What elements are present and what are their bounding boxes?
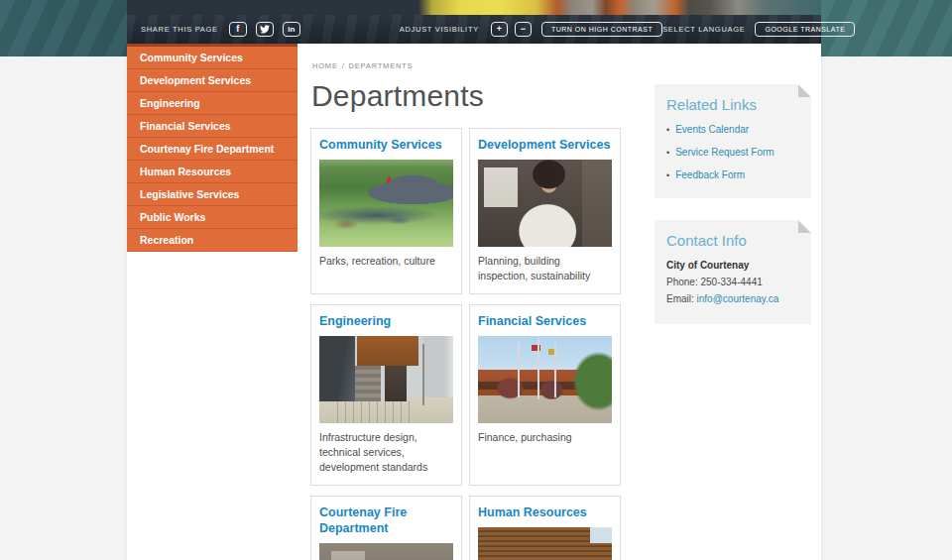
facebook-share-button[interactable]: f bbox=[229, 22, 247, 37]
card-image-engineering[interactable] bbox=[319, 336, 453, 423]
sidebar-item-engineering[interactable]: Engineering bbox=[127, 92, 298, 115]
contact-phone: Phone: 250-334-4441 bbox=[666, 277, 799, 287]
email-label: Email: bbox=[666, 293, 697, 304]
card-title-link[interactable]: Courtenay Fire Department bbox=[319, 504, 453, 537]
contact-info-title: Contact Info bbox=[666, 232, 799, 249]
right-rail: Related Links • Events Calendar • Servic… bbox=[654, 84, 811, 560]
department-cards-grid: Community Services Parks, recreation, cu… bbox=[310, 128, 624, 560]
card-caption: Finance, purchasing bbox=[478, 430, 612, 445]
breadcrumb-home-link[interactable]: HOME bbox=[312, 61, 338, 70]
google-translate-button[interactable]: GOOGLE TRANSLATE bbox=[755, 22, 855, 37]
content-area: Community Services Development Services … bbox=[127, 44, 821, 560]
twitter-share-button[interactable] bbox=[256, 22, 274, 37]
card-title-link[interactable]: Community Services bbox=[319, 137, 453, 153]
visibility-controls: ADJUST VISIBILITY + − TURN ON HIGH CONTR… bbox=[400, 22, 662, 37]
page-title: Departments bbox=[311, 79, 624, 113]
bullet-icon: • bbox=[666, 170, 669, 180]
departments-column: Departments Community Services Parks, re… bbox=[310, 70, 624, 560]
select-language-label: SELECT LANGUAGE bbox=[662, 25, 745, 34]
card-image-development-services[interactable] bbox=[478, 160, 612, 247]
service-request-form-link[interactable]: Service Request Form bbox=[675, 147, 774, 158]
department-sidebar-nav: Community Services Development Services … bbox=[127, 44, 298, 560]
utility-toolbar: SHARE THIS PAGE f in ADJUST VISIBILITY +… bbox=[127, 15, 821, 44]
language-controls: SELECT LANGUAGE GOOGLE TRANSLATE bbox=[662, 22, 855, 37]
related-links-title: Related Links bbox=[666, 96, 799, 113]
sidebar-item-development-services[interactable]: Development Services bbox=[127, 69, 298, 92]
card-development-services[interactable]: Development Services Planning, building … bbox=[469, 128, 621, 294]
contact-org-name: City of Courtenay bbox=[666, 260, 799, 271]
page-container: SHARE THIS PAGE f in ADJUST VISIBILITY +… bbox=[127, 0, 821, 560]
high-contrast-button[interactable]: TURN ON HIGH CONTRAST bbox=[541, 22, 662, 37]
page-fold-cut bbox=[798, 84, 811, 97]
card-caption: Parks, recreation, culture bbox=[319, 254, 453, 269]
linkedin-icon: in bbox=[288, 26, 295, 34]
card-financial-services[interactable]: Financial Services Finance, purchasing bbox=[469, 304, 621, 486]
card-image-community-services[interactable] bbox=[319, 160, 453, 247]
related-link-row: • Feedback Form bbox=[666, 169, 799, 180]
card-image-fire-department[interactable] bbox=[319, 543, 453, 560]
linkedin-share-button[interactable]: in bbox=[283, 22, 300, 37]
card-image-financial-services[interactable] bbox=[478, 336, 612, 423]
twitter-icon bbox=[260, 25, 270, 34]
related-link-row: • Events Calendar bbox=[666, 124, 799, 135]
sidebar-item-community-services[interactable]: Community Services bbox=[127, 47, 298, 69]
breadcrumb-separator: / bbox=[342, 61, 345, 70]
breadcrumb: HOME/DEPARTMENTS bbox=[312, 61, 811, 70]
feedback-form-link[interactable]: Feedback Form bbox=[675, 169, 745, 180]
card-engineering[interactable]: Engineering Infrastructure design, techn… bbox=[310, 304, 462, 486]
adjust-visibility-label: ADJUST VISIBILITY bbox=[400, 25, 479, 34]
share-this-page-label: SHARE THIS PAGE bbox=[141, 25, 218, 34]
social-buttons: f in bbox=[229, 22, 300, 37]
contact-info-box: Contact Info City of Courtenay Phone: 25… bbox=[654, 220, 811, 324]
card-title-link[interactable]: Financial Services bbox=[478, 313, 612, 329]
events-calendar-link[interactable]: Events Calendar bbox=[675, 124, 749, 135]
breadcrumb-current: DEPARTMENTS bbox=[349, 61, 414, 70]
card-community-services[interactable]: Community Services Parks, recreation, cu… bbox=[310, 128, 462, 294]
related-links-box: Related Links • Events Calendar • Servic… bbox=[654, 84, 811, 198]
sidebar-item-public-works[interactable]: Public Works bbox=[127, 206, 298, 229]
card-title-link[interactable]: Development Services bbox=[478, 137, 612, 153]
hero-banner-image bbox=[127, 0, 821, 15]
bullet-icon: • bbox=[666, 125, 669, 135]
card-title-link[interactable]: Engineering bbox=[319, 313, 453, 329]
card-image-human-resources[interactable] bbox=[478, 527, 612, 560]
page-fold-cut bbox=[798, 220, 811, 233]
contact-email-link[interactable]: info@courtenay.ca bbox=[697, 293, 779, 304]
sidebar-item-financial-services[interactable]: Financial Services bbox=[127, 115, 298, 138]
department-menu: Community Services Development Services … bbox=[127, 44, 298, 252]
sidebar-item-fire-department[interactable]: Courtenay Fire Department bbox=[127, 138, 298, 161]
card-fire-department[interactable]: Courtenay Fire Department bbox=[310, 496, 462, 560]
card-title-link[interactable]: Human Resources bbox=[478, 504, 612, 520]
card-human-resources[interactable]: Human Resources bbox=[469, 496, 621, 560]
text-size-increase-button[interactable]: + bbox=[491, 22, 508, 37]
card-caption: Infrastructure design, technical service… bbox=[319, 430, 453, 476]
contact-email-line: Email: info@courtenay.ca bbox=[666, 293, 799, 304]
related-link-row: • Service Request Form bbox=[666, 147, 799, 158]
sidebar-item-recreation[interactable]: Recreation bbox=[127, 229, 298, 252]
main-content: HOME/DEPARTMENTS Departments Community S… bbox=[298, 44, 821, 560]
bullet-icon: • bbox=[666, 148, 669, 158]
sidebar-item-legislative-services[interactable]: Legislative Services bbox=[127, 183, 298, 206]
facebook-icon: f bbox=[236, 25, 239, 34]
text-size-decrease-button[interactable]: − bbox=[515, 22, 532, 37]
sidebar-item-human-resources[interactable]: Human Resources bbox=[127, 161, 298, 183]
card-caption: Planning, building inspection, sustainab… bbox=[478, 254, 612, 283]
